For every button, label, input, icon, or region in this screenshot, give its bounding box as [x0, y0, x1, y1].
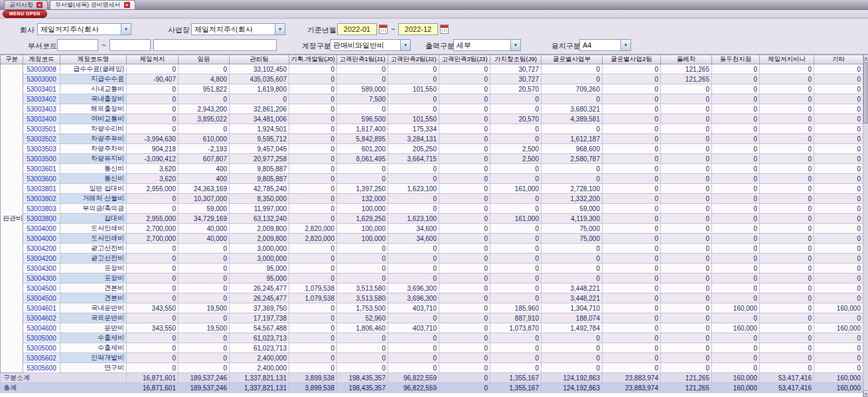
amount-cell[interactable]: 1,492,784 — [542, 323, 603, 333]
account-code-cell[interactable]: 53003500 — [23, 154, 60, 164]
amount-cell[interactable]: 0 — [760, 353, 814, 363]
amount-cell[interactable]: 7,500 — [337, 94, 388, 104]
amount-cell[interactable]: 0 — [439, 323, 490, 333]
amount-cell[interactable]: 0 — [388, 194, 439, 204]
calendar-icon[interactable] — [379, 25, 388, 34]
amount-cell[interactable]: 0 — [760, 293, 814, 303]
amount-cell[interactable]: 3,448,221 — [542, 293, 603, 303]
amount-cell[interactable]: 0 — [814, 254, 863, 264]
amount-cell[interactable]: 0 — [814, 104, 863, 114]
amount-cell[interactable]: 0 — [289, 154, 337, 164]
account-name-cell[interactable]: 국외운반비 — [60, 313, 127, 323]
amount-cell[interactable]: 59,000 — [542, 204, 603, 214]
table-row[interactable]: 53004200광고선전비003,000,00000000000000 — [1, 244, 863, 254]
amount-cell[interactable]: 0 — [490, 254, 542, 264]
account-code-cell[interactable]: 53005000 — [23, 333, 60, 343]
amount-cell[interactable]: 2,400,000 — [230, 363, 289, 373]
amount-cell[interactable]: 0 — [712, 144, 760, 154]
amount-cell[interactable]: 0 — [179, 264, 230, 274]
amount-cell[interactable]: 1,612,187 — [542, 134, 603, 144]
table-row[interactable]: 53005000수출제비0061,023,71300000000000 — [1, 333, 863, 343]
amount-cell[interactable]: 0 — [542, 353, 603, 363]
amount-cell[interactable]: 0 — [760, 154, 814, 164]
amount-cell[interactable]: 42,785,240 — [230, 184, 289, 194]
amount-cell[interactable]: 0 — [603, 144, 661, 154]
amount-cell[interactable]: 2,500 — [490, 144, 542, 154]
amount-cell[interactable]: 0 — [712, 134, 760, 144]
amount-cell[interactable]: 0 — [289, 343, 337, 353]
table-row[interactable]: 53003403해외출장비02,943,20032,861,206000003,… — [1, 104, 863, 114]
account-name-cell[interactable]: 급수수료(클레임) — [60, 64, 127, 74]
table-row[interactable]: 53003600통신비3,6204009,805,88700000000000 — [1, 174, 863, 184]
amount-cell[interactable]: 0 — [661, 144, 712, 154]
table-row[interactable]: 53004300포장비0095,00000000000000 — [1, 274, 863, 283]
amount-cell[interactable]: 0 — [603, 134, 661, 144]
amount-cell[interactable]: 0 — [661, 204, 712, 214]
amount-cell[interactable]: 0 — [661, 363, 712, 373]
amount-cell[interactable]: 0 — [388, 94, 439, 104]
account-code-cell[interactable]: 53003600 — [23, 174, 60, 184]
amount-cell[interactable]: 0 — [712, 353, 760, 363]
amount-cell[interactable]: 1,623,100 — [388, 184, 439, 194]
amount-cell[interactable]: 0 — [661, 333, 712, 343]
account-name-cell[interactable]: 견본비 — [60, 293, 127, 303]
amount-cell[interactable]: 160,000 — [712, 383, 760, 393]
amount-cell[interactable]: 0 — [603, 74, 661, 84]
amount-cell[interactable]: 2,943,200 — [179, 104, 230, 114]
amount-cell[interactable]: 0 — [337, 363, 388, 373]
amount-cell[interactable]: 0 — [439, 293, 490, 303]
table-row[interactable]: 53004300포장비0095,00000000000000 — [1, 264, 863, 274]
amount-cell[interactable]: 0 — [127, 283, 179, 293]
amount-cell[interactable]: 10,307,000 — [179, 194, 230, 204]
amount-cell[interactable]: 52,960 — [337, 313, 388, 323]
amount-cell[interactable]: 0 — [127, 293, 179, 303]
amount-cell[interactable]: 0 — [760, 134, 814, 144]
amount-cell[interactable]: 0 — [542, 333, 603, 343]
table-row[interactable]: 53004000도서인쇄비2,700,00040,0002,009,8002,8… — [1, 224, 863, 234]
amount-cell[interactable]: 0 — [388, 174, 439, 184]
total-row[interactable]: 총계16,871,601189,537,2461,337,821,1313,89… — [1, 383, 863, 393]
amount-cell[interactable]: 0 — [439, 204, 490, 214]
site-select[interactable]: 제일저지주식회사▼ — [191, 23, 285, 35]
amount-cell[interactable]: 0 — [490, 283, 542, 293]
table-row[interactable]: 53003503차량주차비904,218-2,1939,457,0450601,… — [1, 144, 863, 154]
amount-cell[interactable]: 9,595,712 — [230, 134, 289, 144]
amount-cell[interactable]: 63,132,240 — [230, 214, 289, 224]
amount-cell[interactable]: 0 — [179, 94, 230, 104]
amount-cell[interactable]: 0 — [388, 264, 439, 274]
amount-cell[interactable]: 0 — [760, 343, 814, 353]
amount-cell[interactable]: 189,537,246 — [179, 383, 230, 393]
amount-cell[interactable]: 3,620 — [127, 174, 179, 184]
amount-cell[interactable]: 0 — [712, 343, 760, 353]
account-code-cell[interactable]: 53003801 — [23, 184, 60, 194]
amount-cell[interactable]: 160,000 — [814, 323, 863, 333]
amount-cell[interactable]: 20,570 — [490, 114, 542, 124]
amount-cell[interactable]: 96,822,559 — [388, 373, 439, 383]
amount-cell[interactable]: 0 — [439, 154, 490, 164]
amount-cell[interactable]: -3,994,630 — [127, 134, 179, 144]
account-name-cell[interactable]: 부의금/축의금 — [60, 204, 127, 214]
amount-cell[interactable]: 0 — [661, 313, 712, 323]
amount-cell[interactable]: 1,079,538 — [289, 293, 337, 303]
table-row[interactable]: 53004602국외운반비0017,197,738052,96000887,91… — [1, 313, 863, 323]
amount-cell[interactable]: 0 — [603, 184, 661, 194]
amount-cell[interactable]: 607,807 — [179, 154, 230, 164]
amount-cell[interactable]: 0 — [179, 293, 230, 303]
amount-cell[interactable]: 0 — [603, 234, 661, 244]
amount-cell[interactable]: 0 — [603, 204, 661, 214]
amount-cell[interactable]: 26,245,477 — [230, 283, 289, 293]
amount-cell[interactable]: 160,000 — [712, 323, 760, 333]
amount-cell[interactable]: 0 — [179, 274, 230, 283]
amount-cell[interactable]: 0 — [179, 124, 230, 134]
amount-cell[interactable]: 0 — [814, 84, 863, 94]
amount-cell[interactable]: 185,960 — [490, 303, 542, 313]
amount-cell[interactable]: 343,550 — [127, 303, 179, 313]
amount-cell[interactable]: 0 — [603, 164, 661, 174]
amount-cell[interactable]: 0 — [661, 323, 712, 333]
account-code-cell[interactable]: 53003601 — [23, 164, 60, 174]
amount-cell[interactable]: 1,617,400 — [337, 124, 388, 134]
amount-cell[interactable]: 2,500 — [490, 154, 542, 164]
amount-cell[interactable]: 0 — [603, 254, 661, 264]
amount-cell[interactable]: 0 — [289, 264, 337, 274]
amount-cell[interactable]: 0 — [542, 254, 603, 264]
